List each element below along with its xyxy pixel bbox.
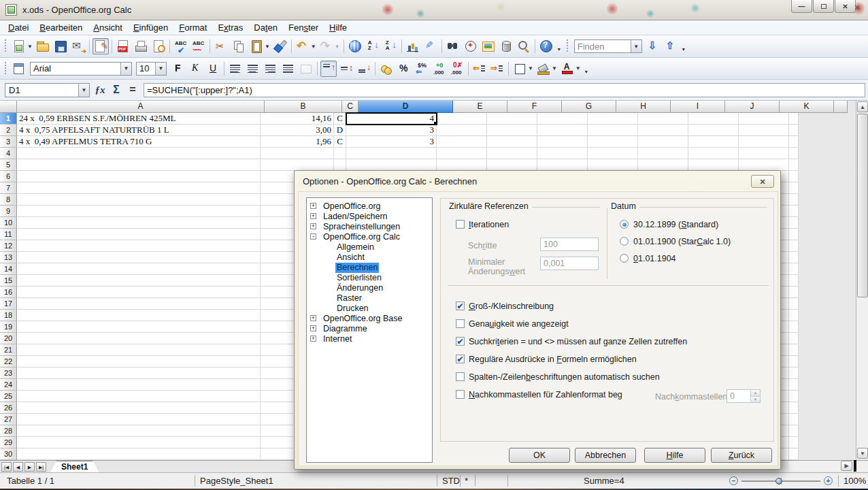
tree-item-laden-speichern[interactable]: +Laden/Speichern <box>307 212 432 222</box>
zoom-out-icon[interactable]: − <box>729 476 738 485</box>
align-bottom-button[interactable] <box>356 61 372 77</box>
column-header-h[interactable]: H <box>616 101 671 113</box>
date-radio-label-0[interactable]: 30.12.1899 (Standard) <box>633 220 718 229</box>
font-name-combobox[interactable]: Arial▼ <box>30 62 132 76</box>
cell-K3[interactable] <box>739 136 789 148</box>
cell-J2[interactable] <box>688 125 739 136</box>
row-header-28[interactable]: 28 <box>0 425 17 437</box>
collapse-icon[interactable]: - <box>310 233 316 240</box>
align-center-button[interactable] <box>245 61 261 77</box>
cell-x17[interactable] <box>789 298 799 310</box>
cell-C3[interactable]: C <box>334 136 346 148</box>
cell-H1[interactable] <box>588 113 638 125</box>
tree-item-sortierlisten[interactable]: Sortierlisten <box>307 273 432 283</box>
cell-F4[interactable] <box>487 148 537 159</box>
chevron-down-icon[interactable]: ▼ <box>265 44 270 50</box>
row-header-25[interactable]: 25 <box>0 391 17 402</box>
option-checkbox-label-1[interactable]: Genauigkeit wie angezeigt <box>469 319 569 329</box>
cell-B2[interactable]: 3,00 <box>261 125 334 136</box>
font-color-button[interactable]: ▼ <box>559 61 582 77</box>
cell-A10[interactable] <box>17 217 261 229</box>
row-header-4[interactable]: 4 <box>0 148 17 159</box>
align-center-vertically-button[interactable] <box>338 61 354 77</box>
cell-x29[interactable] <box>789 437 799 448</box>
row-header-17[interactable]: 17 <box>0 298 17 310</box>
cell-A22[interactable] <box>17 356 261 368</box>
column-header-a[interactable]: A <box>17 101 265 113</box>
tree-item-raster[interactable]: Raster <box>307 293 432 304</box>
expand-icon[interactable]: + <box>310 213 316 219</box>
align-right-button[interactable] <box>263 61 279 77</box>
first-sheet-button[interactable]: |◀ <box>1 462 12 472</box>
menu-ansicht[interactable]: Ansicht <box>88 21 128 34</box>
formatting-toolbar-overflow-icon[interactable]: ▾ <box>582 61 590 77</box>
function-wizard-button[interactable]: ƒx <box>92 82 108 97</box>
cell-x22[interactable] <box>789 356 799 368</box>
cell-A2[interactable]: 4 x 0,75 APFELSAFT NATURTRÜB 1 L <box>17 125 261 136</box>
cell-K4[interactable] <box>739 148 789 159</box>
find-and-replace-button[interactable] <box>445 38 461 54</box>
menu-hilfe[interactable]: Hilfe <box>324 21 352 34</box>
cell-A16[interactable] <box>17 287 261 298</box>
abbrechen-button[interactable]: Abbrechen <box>575 448 636 463</box>
cell-A27[interactable] <box>17 414 261 425</box>
cell-x1[interactable] <box>789 113 799 125</box>
row-header-13[interactable]: 13 <box>0 252 17 263</box>
cell-A4[interactable] <box>17 148 261 159</box>
row-header-29[interactable]: 29 <box>0 437 17 448</box>
cell-A19[interactable] <box>17 321 261 333</box>
minimize-button[interactable]: — <box>791 0 812 13</box>
name-box[interactable]: D1 ▼ <box>5 83 90 97</box>
spellcheck-button[interactable] <box>173 38 189 54</box>
cell-G3[interactable] <box>537 136 588 148</box>
cell-D3[interactable]: 3 <box>346 136 437 148</box>
cell-H3[interactable] <box>588 136 638 148</box>
chevron-down-icon[interactable]: ▼ <box>78 84 89 97</box>
stepper-up-icon[interactable]: ▲ <box>750 390 760 396</box>
column-header-i[interactable]: I <box>671 101 725 113</box>
cell-G5[interactable] <box>537 159 588 171</box>
underline-button[interactable] <box>205 61 221 77</box>
cell-J4[interactable] <box>688 148 739 159</box>
cell-x24[interactable] <box>789 379 799 391</box>
data-sources-button[interactable] <box>498 38 514 54</box>
horizontal-scrollbar[interactable]: ▶ <box>789 461 868 472</box>
cell-E5[interactable] <box>437 159 487 171</box>
tree-item-openoffice-org-calc[interactable]: -OpenOffice.org Calc <box>307 232 432 242</box>
column-header-f[interactable]: F <box>507 101 562 113</box>
auto-spellcheck-button[interactable] <box>190 38 207 54</box>
sum-button[interactable]: Σ <box>108 82 124 97</box>
page-preview-button[interactable] <box>150 38 167 54</box>
cell-I5[interactable] <box>638 159 688 171</box>
option-checkbox-label-4[interactable]: Spalten-/Zeilenbeschriftungen automatisc… <box>469 372 660 382</box>
cell-A12[interactable] <box>17 240 261 252</box>
option-checkbox-label-5[interactable]: Nachkommastellen für Zahlenformat beg <box>469 390 622 399</box>
cell-x25[interactable] <box>789 391 799 402</box>
cell-A26[interactable] <box>17 402 261 414</box>
tree-item-openoffice-org-base[interactable]: +OpenOffice.org Base <box>307 314 432 324</box>
cell-D5[interactable] <box>346 159 437 171</box>
cell-H4[interactable] <box>588 148 638 159</box>
number-format-currency-button[interactable] <box>378 61 395 77</box>
option-checkbox-1[interactable] <box>456 319 465 328</box>
row-header-30[interactable]: 30 <box>0 448 17 460</box>
previous-sheet-button[interactable]: ◀ <box>13 462 23 472</box>
cell-I3[interactable] <box>638 136 688 148</box>
cell-C4[interactable] <box>334 148 346 159</box>
row-header-8[interactable]: 8 <box>0 194 17 206</box>
cell-A14[interactable] <box>17 263 261 275</box>
chevron-down-icon[interactable]: ▼ <box>335 44 340 50</box>
column-header-g[interactable]: G <box>562 101 616 113</box>
cell-x9[interactable] <box>789 206 799 217</box>
option-checkbox-3[interactable] <box>456 355 465 363</box>
option-checkbox-5[interactable] <box>456 390 465 399</box>
format-paintbrush-button[interactable] <box>272 38 288 54</box>
cell-A23[interactable] <box>17 368 261 379</box>
tree-item-openoffice-org[interactable]: +OpenOffice.org <box>307 201 432 212</box>
expand-icon[interactable]: + <box>310 203 316 209</box>
min-change-input[interactable]: 0,001 <box>540 257 599 270</box>
borders-button[interactable]: ▼ <box>512 61 534 77</box>
row-header-11[interactable]: 11 <box>0 229 17 240</box>
cell-K1[interactable] <box>739 113 789 125</box>
copy-button[interactable] <box>231 38 247 54</box>
